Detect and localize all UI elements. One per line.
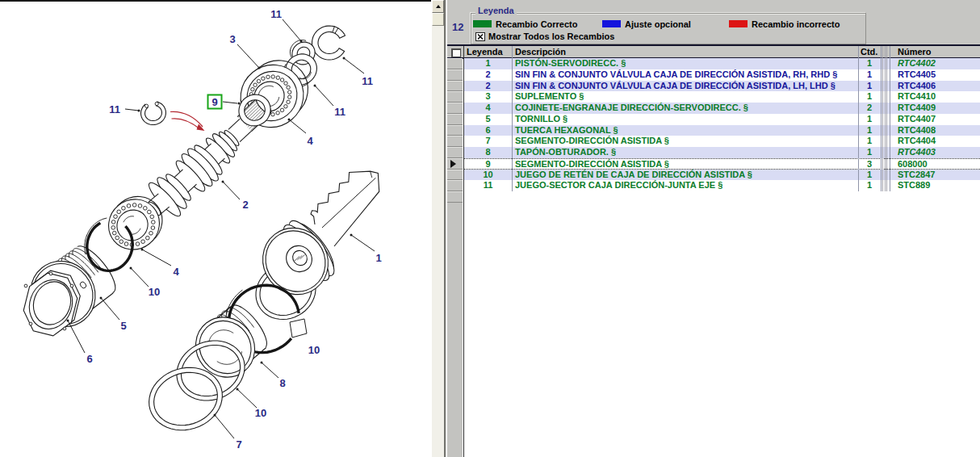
svg-text:10: 10 xyxy=(308,344,320,356)
svg-text:4: 4 xyxy=(173,266,179,278)
svg-text:10: 10 xyxy=(149,286,160,298)
svg-text:10: 10 xyxy=(255,407,266,419)
svg-text:11: 11 xyxy=(109,103,120,115)
svg-text:11: 11 xyxy=(270,8,282,20)
svg-text:4: 4 xyxy=(307,135,313,147)
svg-text:11: 11 xyxy=(362,75,373,87)
svg-text:8: 8 xyxy=(279,377,285,389)
svg-text:2: 2 xyxy=(242,199,248,211)
svg-text:3: 3 xyxy=(229,33,235,45)
svg-text:9: 9 xyxy=(211,96,217,108)
svg-text:6: 6 xyxy=(86,353,92,365)
svg-text:11: 11 xyxy=(334,106,346,118)
svg-text:5: 5 xyxy=(120,320,126,332)
svg-text:7: 7 xyxy=(236,438,241,451)
svg-text:1: 1 xyxy=(375,252,381,264)
